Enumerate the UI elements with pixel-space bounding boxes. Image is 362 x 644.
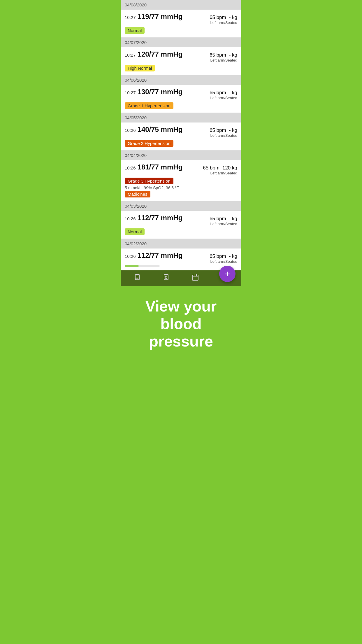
entry-time: 10:26 — [125, 254, 136, 259]
entry-position: Left arm/Seated — [210, 20, 238, 25]
date-header: 04/06/2020 — [121, 75, 241, 85]
status-badge: Grade 3 Hypertension — [125, 178, 173, 184]
date-header: 04/08/2020 — [121, 0, 241, 10]
status-badge: Grade 1 Hypertension — [125, 102, 173, 109]
svg-rect-3 — [192, 275, 198, 280]
promo-text: View your blood pressure — [126, 298, 236, 350]
entry-bp: 112/77 mmHg — [138, 251, 183, 260]
date-header: 04/07/2020 — [121, 38, 241, 47]
list-container: 04/08/202010:27119/77 mmHg65 bpm- kgLeft… — [121, 0, 241, 270]
extra-info: 5 mmol/L, 99% SpO2, 36.6 °F — [125, 186, 237, 190]
entry-time: 10:26 — [125, 216, 136, 221]
calendar-icon[interactable] — [192, 274, 199, 283]
svg-text:PDF: PDF — [136, 278, 138, 279]
promo-section: View your blood pressure — [121, 286, 241, 365]
entry-time: 10:27 — [125, 15, 136, 20]
entry-kg: 120 kg — [222, 165, 237, 171]
status-badge: High Normal — [125, 65, 155, 71]
pdf-icon[interactable]: PDF — [134, 274, 141, 283]
entry-time: 10:26 — [125, 128, 136, 133]
entry-bp: 119/77 mmHg — [138, 13, 183, 21]
list-item[interactable]: 10:27119/77 mmHg65 bpm- kgLeft arm/Seate… — [121, 10, 241, 38]
entry-bpm: 65 bpm — [203, 165, 219, 171]
list-item[interactable]: 10:26140/75 mmHg65 bpm- kgLeft arm/Seate… — [121, 123, 241, 150]
medicines-badge: Madicines — [125, 191, 150, 197]
bottom-bar: PDF + — [121, 270, 241, 286]
date-header: 04/04/2020 — [121, 150, 241, 160]
progress-bar — [125, 265, 160, 267]
plus-icon: + — [225, 269, 230, 279]
entry-bp: 112/77 mmHg — [138, 214, 183, 222]
entry-position: Left arm/Seated — [210, 133, 238, 138]
entry-bp: 181/77 mmHg — [138, 163, 183, 171]
entry-position: Left arm/Seated — [210, 222, 238, 226]
entry-position: Left arm/Seated — [210, 96, 238, 100]
entry-bp: 140/75 mmHg — [138, 125, 183, 134]
list-item[interactable]: 10:27130/77 mmHg65 bpm- kgLeft arm/Seate… — [121, 85, 241, 113]
entry-position: Left arm/Seated — [210, 58, 238, 62]
entry-kg: - kg — [229, 127, 237, 133]
entry-kg: - kg — [229, 216, 237, 222]
date-header: 04/05/2020 — [121, 113, 241, 123]
entry-time: 10:27 — [125, 52, 136, 57]
entry-position: Left arm/Seated — [210, 259, 238, 264]
date-header: 04/02/2020 — [121, 239, 241, 249]
entry-kg: - kg — [229, 253, 237, 259]
list-item[interactable]: 10:26181/77 mmHg65 bpm120 kgLeft arm/Sea… — [121, 160, 241, 201]
entry-bpm: 65 bpm — [210, 253, 226, 259]
list-item[interactable]: 10:26112/77 mmHg65 bpm- kgLeft arm/Seate… — [121, 211, 241, 239]
list-item[interactable]: 10:27120/77 mmHg65 bpm- kgLeft arm/Seate… — [121, 47, 241, 75]
entry-bpm: 65 bpm — [210, 90, 226, 96]
date-header: 04/03/2020 — [121, 201, 241, 211]
entry-kg: - kg — [229, 90, 237, 96]
entry-bp: 120/77 mmHg — [138, 50, 183, 58]
entry-bpm: 65 bpm — [210, 52, 226, 58]
entry-bpm: 65 bpm — [210, 127, 226, 133]
entry-kg: - kg — [229, 52, 237, 58]
entry-bp: 130/77 mmHg — [138, 88, 183, 96]
status-badge: Normal — [125, 228, 145, 235]
entry-time: 10:26 — [125, 165, 136, 170]
entry-bpm: 65 bpm — [210, 15, 226, 20]
entry-position: Left arm/Seated — [210, 171, 238, 175]
entry-bpm: 65 bpm — [210, 216, 226, 222]
excel-icon[interactable] — [163, 274, 170, 283]
status-badge: Grade 2 Hypertension — [125, 140, 173, 147]
entry-kg: - kg — [229, 15, 237, 20]
status-badge: Normal — [125, 27, 145, 34]
fab-button[interactable]: + — [219, 266, 236, 282]
entry-time: 10:27 — [125, 90, 136, 95]
